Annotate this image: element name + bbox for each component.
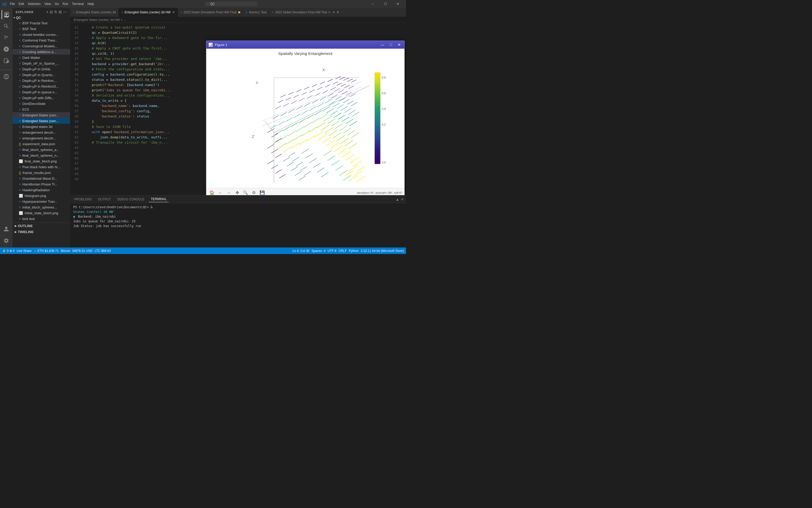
search-activity-icon[interactable]: [2, 22, 11, 31]
status-encoding[interactable]: UTF-8: [328, 249, 336, 253]
breadcrumb-file[interactable]: Entangled States (center) 3d HW: [74, 18, 120, 22]
run-debug-activity-icon[interactable]: [2, 44, 11, 54]
list-item[interactable]: {} experiment_data.json: [12, 141, 70, 147]
collapse-all-icon[interactable]: ⊟: [58, 10, 62, 14]
menu-view[interactable]: View: [43, 2, 53, 6]
menu-run[interactable]: Run: [61, 2, 70, 6]
split-editor-icon[interactable]: ⊞: [337, 10, 339, 14]
new-folder-icon[interactable]: ⊡: [50, 10, 53, 14]
save-toolbar-button[interactable]: 💾: [258, 189, 266, 196]
tab-nonacc[interactable]: ≡ NonAcc Test: [243, 8, 270, 17]
tab-nobel-test[interactable]: ≡ 2022 Nobel Simulation Final HW Test ▷ …: [269, 8, 346, 17]
list-item[interactable]: ≡ HawkingRadiation: [12, 187, 70, 193]
menu-edit[interactable]: Edit: [17, 2, 26, 6]
status-spaces[interactable]: Spaces: 4: [312, 249, 326, 253]
tab-output[interactable]: OUTPUT: [96, 197, 113, 202]
new-file-icon[interactable]: +: [46, 10, 49, 14]
tab-debug-console[interactable]: DEBUG CONSOLE: [115, 197, 147, 202]
list-item-entangled2[interactable]: ≡ Entangled States (cen...: [12, 118, 70, 124]
figure-minimize-button[interactable]: —: [379, 42, 386, 48]
explorer-activity-icon[interactable]: [2, 10, 11, 19]
menu-terminal[interactable]: Terminal: [70, 2, 85, 6]
list-item[interactable]: ≡ entanglement decoh...: [12, 129, 70, 135]
list-item[interactable]: ≡ Entangled states 3d: [12, 124, 70, 129]
list-item[interactable]: ≡ Depth-μP with Diffe...: [12, 95, 70, 101]
status-language[interactable]: Python: [349, 249, 359, 253]
status-eth[interactable]: Bitcoin: 34878.31 USD: [61, 249, 92, 253]
pan-toolbar-button[interactable]: ✥: [233, 189, 241, 196]
list-item[interactable]: ≡ Dark Matter: [12, 55, 70, 60]
list-item[interactable]: ⬜ final_state_bloch.png: [12, 158, 70, 164]
list-item[interactable]: ≡ BSF Fractal Test: [12, 20, 70, 26]
home-toolbar-button[interactable]: 🏠: [208, 189, 216, 196]
more-actions-tab-icon[interactable]: ⋯: [341, 10, 343, 14]
list-item[interactable]: ⬜ initial_state_bloch.png: [12, 210, 70, 216]
configure-toolbar-button[interactable]: ⚙: [250, 189, 257, 196]
list-item[interactable]: ≡ Cosmological Models...: [12, 43, 70, 49]
tab-close-icon[interactable]: ✕: [172, 10, 175, 14]
list-item-entangled1[interactable]: ≡ Entangled States (cen...: [12, 112, 70, 118]
list-item[interactable]: ≡ Five black holes with hr...: [12, 164, 70, 170]
tab-entangled-3d-hw[interactable]: ≡ Entangled States (center) 3d HW ✕: [119, 8, 178, 17]
figure-maximize-button[interactable]: □: [388, 42, 394, 48]
timeline-section-header[interactable]: ▶ TIMELINE: [12, 229, 70, 235]
status-python-version[interactable]: 3.10.11 64-bit (Microsoft Store): [361, 249, 404, 253]
forward-toolbar-button[interactable]: →: [225, 189, 232, 196]
accounts-activity-icon[interactable]: [2, 224, 11, 234]
list-item[interactable]: ≡ Depth_uP_in_Sparse_...: [12, 60, 70, 66]
source-control-activity-icon[interactable]: [2, 33, 11, 42]
menu-help[interactable]: Help: [86, 2, 96, 6]
status-bitcoin[interactable]: LTC $69.63: [95, 249, 111, 253]
breadcrumb-item[interactable]: ...: [124, 18, 126, 22]
menu-selection[interactable]: Selection: [26, 2, 42, 6]
list-item[interactable]: ≡ Hamiltonian Phase Tr...: [12, 181, 70, 187]
list-item[interactable]: ≡ Conformal Field Theo...: [12, 37, 70, 43]
figure-close-button[interactable]: ✕: [396, 42, 402, 48]
search-input[interactable]: [205, 2, 257, 6]
list-item[interactable]: ≡ final_bloch_spheres_a...: [12, 147, 70, 153]
tab-problems[interactable]: PROBLEMS: [72, 197, 94, 202]
list-item[interactable]: ≡ DontDecoState: [12, 101, 70, 107]
list-item[interactable]: ≡ Depth-μP in GANs: [12, 66, 70, 72]
tab-entangled-3d[interactable]: ≡ Entangled States (center) 3d: [70, 8, 119, 17]
list-item[interactable]: ≡ Depth-μP in sparse n...: [12, 89, 70, 95]
list-item[interactable]: ≡ initial_bloch_spheres...: [12, 204, 70, 210]
menu-file[interactable]: File: [8, 2, 16, 6]
list-item[interactable]: ≡ Depth-μP in Reinforc...: [12, 78, 70, 83]
terminal-maximize-icon[interactable]: ▲: [395, 197, 399, 202]
zoom-toolbar-button[interactable]: 🔍: [242, 189, 249, 196]
list-item[interactable]: ≡ entanglement decoh...: [12, 135, 70, 141]
status-eol[interactable]: CRLF: [339, 249, 347, 253]
status-btc[interactable]: Live Share: [16, 249, 31, 253]
list-item[interactable]: ≡ Gravitational Wave D...: [12, 175, 70, 181]
outline-section-header[interactable]: ▶ OUTLINE: [12, 223, 70, 229]
refresh-icon[interactable]: ↻: [54, 10, 57, 14]
maximize-button[interactable]: ☐: [379, 0, 391, 8]
list-item[interactable]: ≡ EC5: [12, 107, 70, 112]
run-icon[interactable]: ▷: [329, 10, 331, 14]
terminal-close-icon[interactable]: ✕: [401, 197, 404, 202]
remote-activity-icon[interactable]: [0, 70, 12, 81]
status-remote[interactable]: ⚡ 0 ⊗ 0: [2, 249, 14, 253]
extensions-activity-icon[interactable]: [2, 56, 11, 66]
list-item[interactable]: ≡ kick test: [12, 216, 70, 221]
list-item[interactable]: ⬜ histogram.png: [12, 193, 70, 199]
close-button[interactable]: ✕: [392, 0, 404, 8]
more-tabs-icon[interactable]: ▼: [332, 11, 335, 14]
tab-nobel-final[interactable]: ≡ 2022 Nobel Simulation Final HW Final: [178, 8, 243, 17]
list-item[interactable]: ≡ BSF Test: [12, 26, 70, 32]
more-actions-icon[interactable]: ⋯: [63, 10, 67, 14]
status-live-share[interactable]: ↑↓ ETH $1,838.71: [34, 249, 59, 253]
status-position[interactable]: Ln 4, Col 30: [292, 249, 309, 253]
list-item[interactable]: {} fractal_results.json: [12, 170, 70, 175]
list-item[interactable]: ≡ Depth-μP in Quantu...: [12, 72, 70, 78]
menu-go[interactable]: Go: [53, 2, 60, 6]
settings-activity-icon[interactable]: [2, 236, 11, 245]
list-item[interactable]: ≡ Depth-μP in Reinforc0...: [12, 83, 70, 89]
list-item[interactable]: ≡ Hyperparameter Tran...: [12, 199, 70, 204]
back-toolbar-button[interactable]: ←: [217, 189, 224, 196]
sidebar-root-folder[interactable]: ▾ QC: [12, 15, 70, 20]
list-item[interactable]: ≡ final_bloch_spheres_n...: [12, 153, 70, 158]
list-item-counting[interactable]: ≡ Counting additions a...: [12, 49, 70, 55]
tab-terminal[interactable]: TERMINAL: [149, 196, 169, 202]
